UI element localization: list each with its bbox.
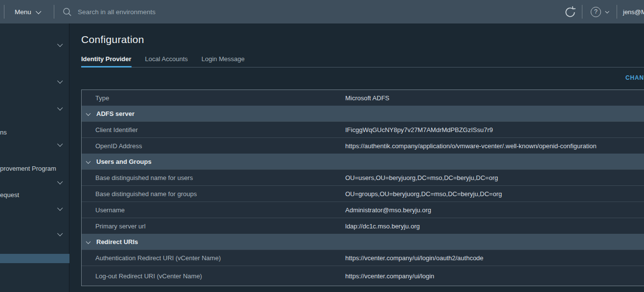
table-row: UsernameAdministrator@mso.beryju.org [82, 202, 644, 218]
chevron-down-icon[interactable] [57, 42, 63, 47]
row-value: https://authentik.company/application/o/… [345, 142, 597, 150]
table-row: OpenID Addresshttps://authentik.company/… [82, 137, 644, 154]
topbar-divider [617, 5, 617, 19]
help-icon: ? [591, 7, 601, 17]
table-row: Log-out Redirect URI (vCenter Name)https… [82, 266, 644, 286]
row-value: Administrator@mso.beryju.org [345, 206, 431, 214]
sidebar-item-selected[interactable] [0, 254, 69, 263]
refresh-icon [563, 5, 577, 19]
row-label: Base distinguished name for groups [95, 190, 197, 198]
search-icon [62, 7, 72, 17]
row-label: Base distinguished name for users [95, 174, 193, 181]
section-title: ADFS server [96, 110, 134, 117]
row-value: ldap://dc1c.mso.beryju.org [345, 223, 420, 230]
chevron-down-icon[interactable] [86, 239, 91, 244]
topbar-divider [4, 5, 4, 19]
table-row: Primary server urlldap://dc1c.mso.beryju… [82, 218, 644, 234]
tab-local-accounts[interactable]: Local Accounts [145, 55, 188, 67]
tab-bar-divider [81, 67, 644, 67]
active-tab-underline [81, 66, 132, 67]
row-value: https://vcenter.company/ui/login/oauth2/… [345, 254, 484, 262]
chevron-down-icon[interactable] [57, 231, 63, 236]
chevron-down-icon[interactable] [57, 141, 63, 147]
help-menu[interactable]: ? [591, 0, 608, 23]
row-label: Client Identifier [95, 126, 138, 134]
row-value: https://vcenter.company/ui/login [345, 272, 434, 280]
change-provider-link[interactable]: CHAN [625, 74, 644, 81]
section-header-adfs-server[interactable]: ADFS server [82, 106, 644, 121]
sidebar-item[interactable]: ns [0, 129, 7, 136]
main-content: Configuration Identity ProviderLocal Acc… [69, 23, 644, 292]
chevron-down-icon[interactable] [57, 205, 63, 211]
row-label: Type [95, 94, 109, 102]
row-value: OU=groups,OU=beryjuorg,DC=mso,DC=beryju,… [345, 190, 502, 198]
identity-provider-table: Type Microsoft ADFS ADFS serverClient Id… [81, 90, 644, 286]
row-label: Primary server url [95, 223, 146, 230]
chevron-down-icon [36, 9, 41, 14]
row-label: Authentication Redirect URI (vCenter Nam… [95, 254, 221, 262]
tab-login-message[interactable]: Login Message [201, 55, 244, 67]
chevron-down-icon[interactable] [57, 179, 63, 184]
topbar-divider [54, 5, 54, 19]
menu-label: Menu [15, 8, 31, 16]
table-row-type: Type Microsoft ADFS [82, 90, 644, 106]
menu-dropdown[interactable]: Menu [15, 0, 40, 23]
section-header-redirect-uris[interactable]: Redirect URIs [82, 234, 644, 249]
search-placeholder: Search in all environments [78, 8, 155, 16]
table-row: Base distinguished name for usersOU=user… [82, 169, 644, 185]
row-label: Log-out Redirect URI (vCenter Name) [95, 272, 202, 280]
chevron-down-icon[interactable] [86, 159, 91, 164]
row-value: Microsoft ADFS [345, 94, 389, 102]
section-title: Users and Groups [96, 158, 152, 165]
row-value: OU=users,OU=beryjuorg,DC=mso,DC=beryju,D… [345, 174, 498, 181]
chevron-down-icon[interactable] [57, 78, 63, 84]
row-label: OpenID Address [95, 142, 142, 150]
table-row: Base distinguished name for groupsOU=gro… [82, 185, 644, 202]
section-title: Redirect URIs [96, 238, 138, 246]
sidebar-item[interactable]: equest [0, 191, 19, 199]
refresh-button[interactable] [563, 5, 577, 19]
administration-sidebar: ns provement Program equest [0, 23, 69, 292]
page-title: Configuration [81, 34, 144, 45]
row-value: IFicggWqGUcNY8py7v27M7AMdrMdPBZGzISsu7r9 [345, 126, 493, 134]
chevron-down-icon [605, 9, 609, 13]
topbar-divider [582, 5, 582, 19]
chevron-down-icon[interactable] [86, 111, 91, 116]
section-header-users-and-groups[interactable]: Users and Groups [82, 154, 644, 169]
row-label: Username [95, 206, 125, 214]
user-account-menu[interactable]: jens@M [623, 0, 644, 23]
top-navigation-bar: Menu Search in all environments ? jens@M [0, 0, 644, 23]
global-search-input[interactable]: Search in all environments [62, 0, 155, 23]
sidebar-item[interactable]: provement Program [0, 165, 56, 172]
table-row: Client IdentifierIFicggWqGUcNY8py7v27M7A… [82, 121, 644, 137]
chevron-down-icon[interactable] [57, 105, 63, 111]
table-row: Authentication Redirect URI (vCenter Nam… [82, 249, 644, 266]
